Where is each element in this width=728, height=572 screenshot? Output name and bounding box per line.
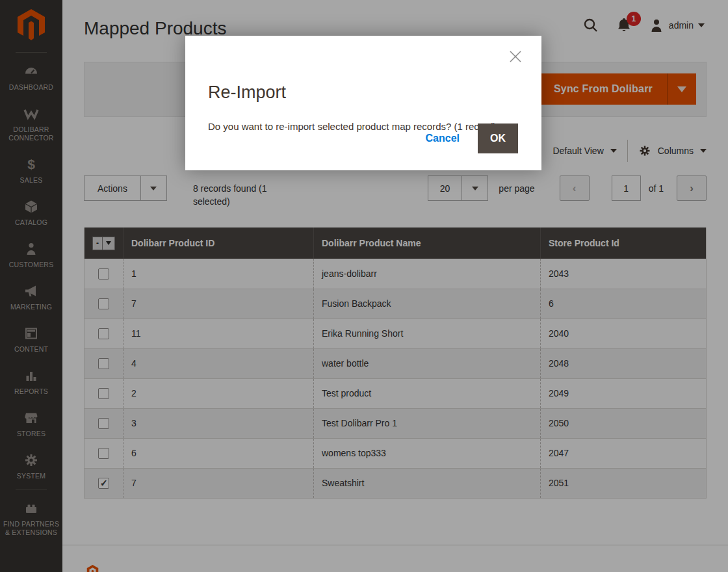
close-icon[interactable] xyxy=(504,45,527,68)
app-root: DASHBOARD DOLIBARR CONNECTOR $ SALES CAT… xyxy=(0,0,728,572)
ok-button[interactable]: OK xyxy=(478,124,518,153)
modal-title: Re-Import xyxy=(208,83,286,103)
reimport-confirm-modal: Re-Import Do you want to re-import selec… xyxy=(185,36,541,170)
cancel-button[interactable]: Cancel xyxy=(426,133,460,144)
modal-actions: Cancel OK xyxy=(426,124,518,153)
